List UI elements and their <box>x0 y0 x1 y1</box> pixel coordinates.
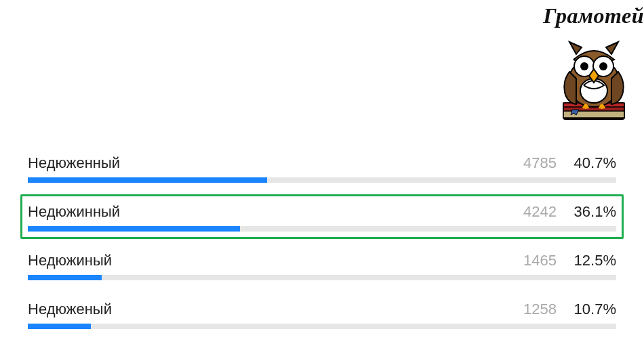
poll-option[interactable]: Недюженный 4785 40.7% <box>20 146 624 190</box>
option-label: Недюжиный <box>28 252 509 269</box>
svg-point-8 <box>599 62 607 70</box>
option-count: 1258 <box>509 301 557 318</box>
option-percent: 10.7% <box>569 301 616 318</box>
option-label: Недюженый <box>28 301 509 318</box>
option-count: 4785 <box>509 154 557 172</box>
progress-fill <box>28 324 91 329</box>
progress-track <box>28 324 616 329</box>
option-count: 1465 <box>509 252 557 269</box>
app-title: Грамотей <box>543 3 644 28</box>
progress-fill <box>28 226 240 232</box>
poll-option[interactable]: Недюженый 1258 10.7% <box>20 292 624 336</box>
poll-option-correct[interactable]: Недюжинный 4242 36.1% <box>20 194 624 239</box>
svg-point-7 <box>580 62 588 70</box>
option-percent: 40.7% <box>569 154 616 172</box>
poll-results: Недюженный 4785 40.7% Недюжинный 4242 36… <box>20 146 624 341</box>
option-count: 4242 <box>509 203 557 221</box>
option-label: Недюжинный <box>28 203 509 221</box>
owl-on-book-icon <box>543 30 644 125</box>
progress-fill <box>28 177 267 183</box>
progress-track <box>28 177 616 183</box>
option-label: Недюженный <box>28 154 509 172</box>
progress-fill <box>28 275 102 280</box>
progress-track <box>28 226 616 232</box>
app-logo: Грамотей <box>543 3 644 125</box>
poll-option[interactable]: Недюжиный 1465 12.5% <box>20 243 624 288</box>
option-percent: 12.5% <box>569 252 616 269</box>
progress-track <box>28 275 616 280</box>
option-percent: 36.1% <box>569 203 616 221</box>
